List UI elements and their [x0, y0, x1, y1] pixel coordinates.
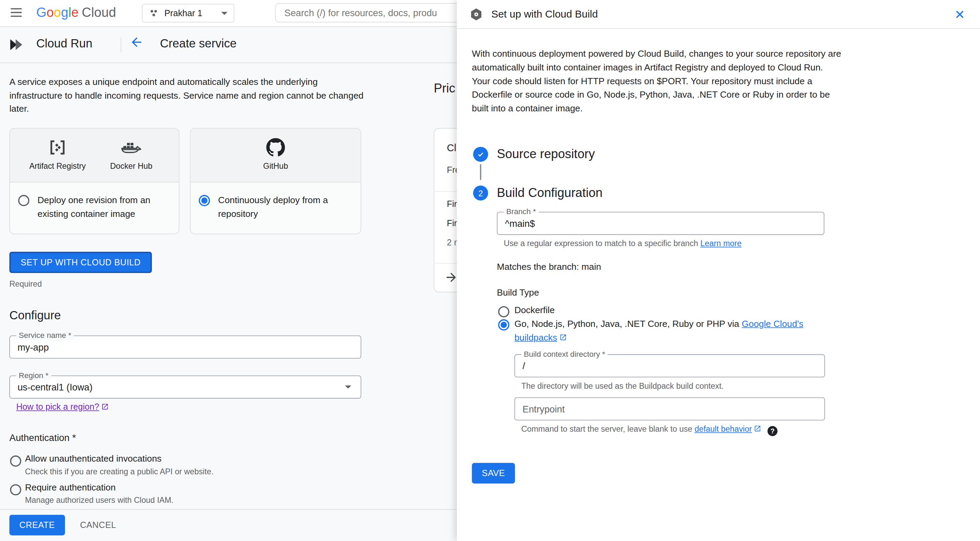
docker-hub-label: Docker Hub	[110, 161, 152, 170]
github-option-inner: GitHub	[239, 129, 312, 181]
artifact-registry-option: Artifact Registry	[21, 129, 94, 181]
external-link-icon	[101, 403, 109, 412]
panel-intro-1: With continuous deployment powered by Cl…	[472, 48, 847, 75]
pricing-heading: Pric	[434, 81, 455, 95]
artifact-registry-label: Artifact Registry	[29, 161, 86, 170]
google-cloud-logo: GoogleCloud	[36, 5, 116, 20]
buildpacks-label: Go, Node.js, Python, Java, .NET Core, Ru…	[514, 317, 808, 345]
step1-title[interactable]: Source repository	[497, 147, 595, 161]
logo-letter: o	[54, 5, 61, 20]
require-authentication-help: Manage authorized users with Cloud IAM.	[25, 495, 173, 505]
project-name: Prakhar 1	[164, 8, 221, 18]
logo-letter: l	[68, 5, 71, 20]
branch-input[interactable]	[498, 213, 824, 235]
page-title: Create service	[160, 37, 237, 51]
logo-cloud-text: Cloud	[82, 5, 116, 20]
branch-help-prefix: Use a regular expression to match to a s…	[504, 238, 700, 248]
cloud-run-icon	[9, 38, 24, 52]
require-authentication-radio[interactable]	[10, 484, 21, 496]
entrypoint-help-prefix: Command to start the server, leave blank…	[521, 424, 695, 433]
entrypoint-field	[514, 397, 825, 420]
learn-more-link[interactable]: Learn more	[700, 238, 742, 248]
close-icon[interactable]: ✕	[952, 6, 967, 22]
dockerfile-radio[interactable]	[498, 306, 510, 317]
buildpacks-label-prefix: Go, Node.js, Python, Java, .NET Core, Ru…	[514, 319, 742, 328]
logo-letter: g	[61, 5, 68, 20]
back-arrow-icon[interactable]	[129, 35, 145, 50]
product-name: Cloud Run	[36, 37, 92, 51]
step1-complete-icon	[473, 147, 488, 162]
menu-icon[interactable]	[11, 8, 22, 17]
required-note: Required	[9, 279, 41, 289]
dockerfile-label: Dockerfile	[514, 305, 555, 315]
artifact-registry-icon	[48, 138, 67, 157]
registry-options: Artifact Registry Docker Hub	[10, 129, 179, 182]
chevron-down-icon	[345, 385, 351, 389]
buildpacks-radio[interactable]	[498, 319, 510, 331]
deploy-repository-card: GitHub Continuously deploy from a reposi…	[190, 128, 361, 235]
panel-intro-2: Your code should listen for HTTP request…	[472, 75, 847, 116]
header-divider	[121, 38, 121, 52]
allow-unauthenticated-radio[interactable]	[10, 455, 21, 467]
cloud-build-panel: Set up with Cloud Build ✕ With continuou…	[457, 0, 980, 541]
cloud-build-icon	[469, 7, 483, 21]
deploy-repository-radio[interactable]	[199, 195, 210, 206]
github-option: GitHub	[191, 129, 360, 182]
deploy-existing-radio[interactable]	[18, 195, 30, 206]
service-intro-text: A service exposes a unique endpoint and …	[9, 76, 369, 116]
deploy-existing-label: Deploy one revision from an existing con…	[38, 194, 169, 221]
deploy-existing-radio-row[interactable]: Deploy one revision from an existing con…	[10, 182, 179, 221]
docker-hub-option: Docker Hub	[94, 129, 168, 181]
branch-match-text: Matches the branch: main	[497, 262, 601, 272]
deploy-repository-label: Continuously deploy from a repository	[218, 194, 340, 221]
default-behavior-link[interactable]: default behavior	[695, 424, 752, 433]
external-link-icon	[559, 332, 567, 345]
service-name-label: Service name *	[16, 331, 73, 340]
chevron-down-icon	[221, 12, 227, 15]
service-name-field: Service name *	[9, 335, 361, 359]
build-type-heading: Build Type	[497, 287, 539, 297]
github-label: GitHub	[263, 161, 288, 170]
build-context-label: Build context directory *	[521, 350, 608, 359]
arrow-forward-icon[interactable]	[444, 271, 458, 287]
region-select[interactable]: Region * us-central1 (Iowa)	[9, 375, 361, 398]
allow-unauthenticated-help: Check this if you are creating a public …	[25, 467, 213, 476]
logo-letter: e	[71, 5, 78, 20]
deploy-existing-image-card: Artifact Registry Docker Hub D	[9, 128, 179, 235]
require-authentication-label: Require authentication	[25, 482, 116, 492]
authentication-heading: Authentication *	[9, 432, 76, 443]
setup-cloud-build-button[interactable]: SET UP WITH CLOUD BUILD	[9, 252, 152, 273]
github-icon	[266, 138, 285, 157]
external-link-icon	[754, 425, 761, 434]
save-button[interactable]: SAVE	[472, 463, 515, 484]
project-selector[interactable]: Prakhar 1	[142, 4, 234, 23]
panel-title: Set up with Cloud Build	[492, 8, 598, 20]
docker-icon	[121, 138, 141, 157]
google-cloud-console: GoogleCloud Prakhar 1 Cloud Run Create s…	[0, 0, 980, 541]
step2-title: Build Configuration	[497, 186, 603, 200]
region-label: Region *	[16, 371, 51, 380]
branch-help-text: Use a regular expression to match to a s…	[504, 238, 742, 248]
logo-letter: o	[46, 5, 54, 20]
build-context-field: Build context directory *	[514, 354, 825, 378]
project-icon	[149, 8, 159, 18]
deploy-repository-radio-row[interactable]: Continuously deploy from a repository	[191, 182, 360, 221]
create-button[interactable]: CREATE	[9, 515, 65, 536]
entrypoint-help: Command to start the server, leave blank…	[521, 424, 778, 436]
region-help-link-text[interactable]: How to pick a region?	[16, 403, 99, 412]
allow-unauthenticated-label: Allow unauthenticated invocations	[25, 454, 162, 464]
entrypoint-input[interactable]	[515, 398, 824, 420]
step-connector	[480, 164, 481, 180]
build-context-help: The directory will be used as the Buildp…	[521, 381, 724, 390]
branch-field: Branch *	[497, 212, 824, 235]
region-value: us-central1 (Iowa)	[10, 376, 361, 398]
panel-header: Set up with Cloud Build ✕	[457, 0, 980, 29]
pricing-line: Cl	[447, 142, 456, 154]
configure-heading: Configure	[9, 309, 61, 322]
cancel-button[interactable]: CANCEL	[75, 515, 121, 536]
region-help-link[interactable]: How to pick a region?	[16, 403, 108, 412]
branch-label: Branch *	[504, 207, 538, 216]
help-icon[interactable]: ?	[767, 426, 778, 436]
panel-description: With continuous deployment powered by Cl…	[472, 48, 847, 116]
step2-number: 2	[473, 186, 488, 201]
